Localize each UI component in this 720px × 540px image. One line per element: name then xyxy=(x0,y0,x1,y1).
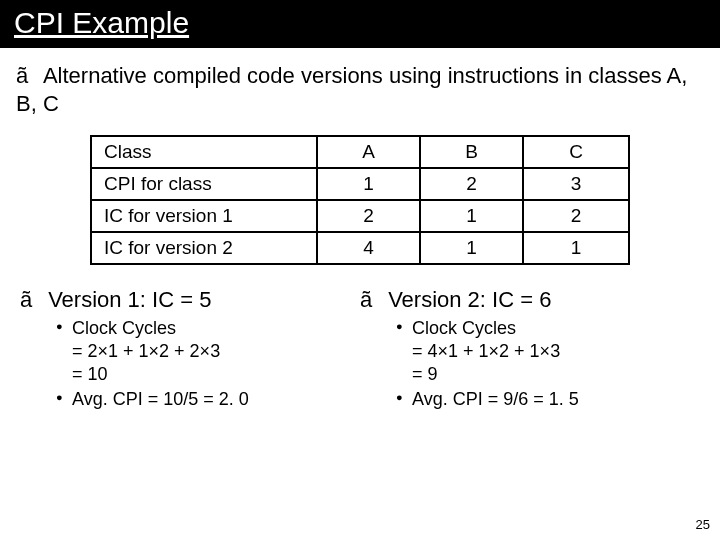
table-row: IC for version 1 2 1 2 xyxy=(91,200,629,232)
bullet-icon: ã xyxy=(16,62,38,90)
table-cell: A xyxy=(317,136,420,168)
clock-label: Clock Cycles xyxy=(72,318,176,338)
clock-label: Clock Cycles xyxy=(412,318,516,338)
version1-heading: ã Version 1: IC = 5 xyxy=(20,287,360,313)
table-cell: Class xyxy=(91,136,317,168)
table-cell: IC for version 2 xyxy=(91,232,317,264)
table-cell: 2 xyxy=(420,168,523,200)
version1-head-text: Version 1: IC = 5 xyxy=(48,287,211,312)
list-item: Avg. CPI = 10/5 = 2. 0 xyxy=(56,388,360,411)
clock-line1: = 4×1 + 1×2 + 1×3 xyxy=(412,341,560,361)
lead-bullet: ã Alternative compiled code versions usi… xyxy=(16,62,704,117)
slide-title: CPI Example xyxy=(14,6,706,40)
list-item: Clock Cycles = 4×1 + 1×2 + 1×3 = 9 xyxy=(396,317,700,386)
slide-body: ã Alternative compiled code versions usi… xyxy=(0,48,720,413)
table-cell: C xyxy=(523,136,629,168)
table-cell: 4 xyxy=(317,232,420,264)
table-cell: 1 xyxy=(420,232,523,264)
list-item: Avg. CPI = 9/6 = 1. 5 xyxy=(396,388,700,411)
table-cell: 2 xyxy=(317,200,420,232)
bullet-icon: ã xyxy=(360,287,382,313)
table-cell: 1 xyxy=(523,232,629,264)
version2-list: Clock Cycles = 4×1 + 1×2 + 1×3 = 9 Avg. … xyxy=(396,317,700,411)
clock-line2: = 10 xyxy=(72,364,108,384)
table-cell: 3 xyxy=(523,168,629,200)
version1-col: ã Version 1: IC = 5 Clock Cycles = 2×1 +… xyxy=(20,287,360,413)
list-item: Clock Cycles = 2×1 + 1×2 + 2×3 = 10 xyxy=(56,317,360,386)
columns: ã Version 1: IC = 5 Clock Cycles = 2×1 +… xyxy=(16,287,704,413)
version2-col: ã Version 2: IC = 6 Clock Cycles = 4×1 +… xyxy=(360,287,700,413)
cpi-table: Class A B C CPI for class 1 2 3 IC for v… xyxy=(90,135,630,265)
slide: CPI Example ã Alternative compiled code … xyxy=(0,0,720,540)
table-cell: CPI for class xyxy=(91,168,317,200)
table-cell: 1 xyxy=(317,168,420,200)
table-row: IC for version 2 4 1 1 xyxy=(91,232,629,264)
table-cell: IC for version 1 xyxy=(91,200,317,232)
clock-line2: = 9 xyxy=(412,364,438,384)
version2-head-text: Version 2: IC = 6 xyxy=(388,287,551,312)
clock-line1: = 2×1 + 1×2 + 2×3 xyxy=(72,341,220,361)
page-number: 25 xyxy=(696,517,710,532)
table-cell: 2 xyxy=(523,200,629,232)
lead-text: Alternative compiled code versions using… xyxy=(16,63,687,116)
title-bar: CPI Example xyxy=(0,0,720,48)
version1-list: Clock Cycles = 2×1 + 1×2 + 2×3 = 10 Avg.… xyxy=(56,317,360,411)
table-row: Class A B C xyxy=(91,136,629,168)
version2-heading: ã Version 2: IC = 6 xyxy=(360,287,700,313)
bullet-icon: ã xyxy=(20,287,42,313)
table-cell: 1 xyxy=(420,200,523,232)
table-cell: B xyxy=(420,136,523,168)
table-row: CPI for class 1 2 3 xyxy=(91,168,629,200)
